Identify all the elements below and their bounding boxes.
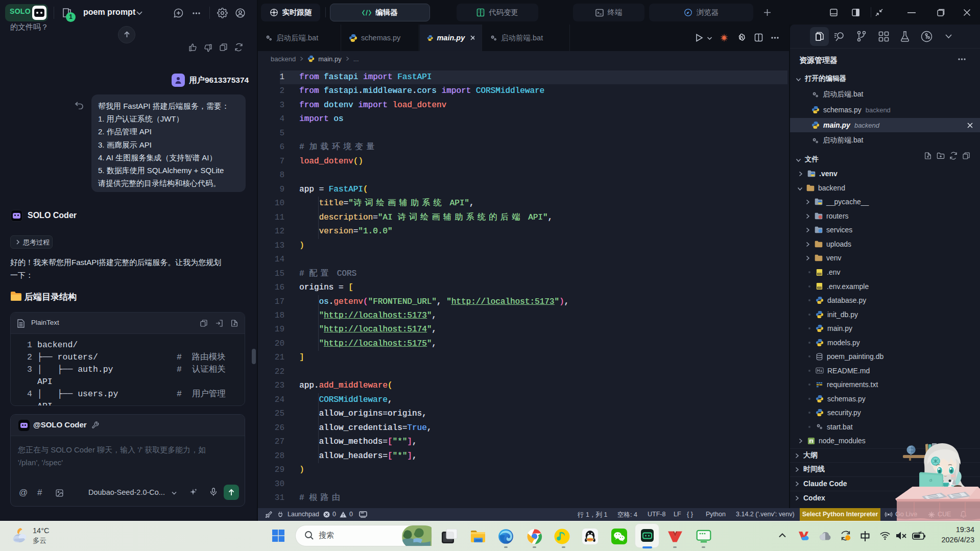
svg-text:.ENV: .ENV: [818, 287, 822, 289]
svg-text:.ENV: .ENV: [818, 273, 822, 275]
